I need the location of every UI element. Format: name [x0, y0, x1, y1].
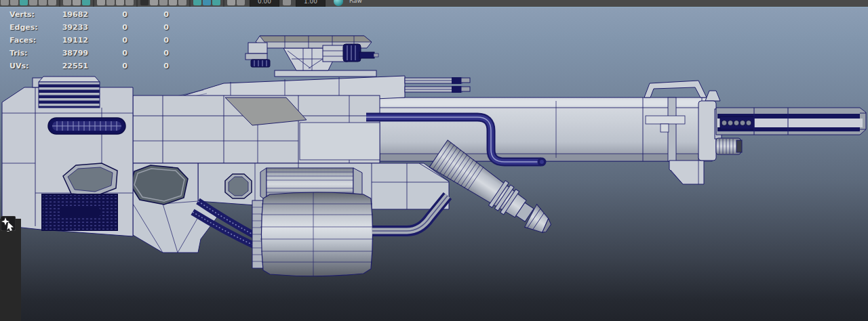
hud-label: Tris: [9, 49, 58, 58]
rifle-muzzle [716, 108, 866, 135]
stock-grille [48, 118, 125, 134]
capture-sidebar [0, 219, 21, 321]
toolbar-separator [136, 0, 138, 7]
hud-value: 0 [127, 23, 169, 32]
rifle-scope-mount [245, 36, 378, 77]
toolbar-icon[interactable] [140, 0, 149, 5]
toolbar-icon[interactable] [63, 0, 71, 5]
toolbar-icon[interactable] [48, 0, 56, 5]
hud-label: Faces: [9, 36, 58, 45]
hud-row: Verts: 19682 0 0 [0, 8, 169, 21]
hud-value: 0 [127, 62, 169, 70]
toolbar-icon[interactable] [10, 0, 18, 5]
hud-row: UVs: 22551 0 0 [0, 60, 169, 72]
hud-value: 22551 [58, 62, 88, 70]
camera-icon[interactable] [3, 235, 19, 249]
hud-row: Tris: 38799 0 0 [0, 47, 169, 60]
hud-value: 0 [127, 49, 169, 58]
hud-label: UVs: [9, 62, 58, 70]
stock-grid-pad [42, 194, 117, 230]
toolbar-icon[interactable] [116, 0, 124, 5]
launcher-drum [262, 192, 373, 276]
toolbar-icon[interactable] [150, 0, 158, 5]
toolbar-value-field-a[interactable]: 0.00 [250, 0, 279, 7]
hud-value: 0 [127, 10, 169, 19]
toolbar-icon[interactable] [29, 0, 37, 5]
hud-value: 0 [88, 10, 127, 19]
gear-icon[interactable] [3, 282, 19, 295]
raw-color-label: Raw [349, 0, 362, 4]
toolbar-icon[interactable] [97, 0, 105, 5]
toolbar-icon[interactable] [82, 0, 90, 5]
toolbar-separator [223, 0, 224, 7]
rifle-stock [2, 77, 133, 236]
toolbar-icon[interactable] [283, 0, 291, 5]
hud-value: 0 [88, 23, 127, 32]
toolbar-icon[interactable] [203, 0, 211, 5]
toolbar-icon[interactable] [106, 0, 115, 5]
carry-loop [644, 81, 707, 98]
hud-value: 0 [127, 36, 169, 45]
toolbar-icon[interactable] [178, 0, 186, 5]
images-icon[interactable] [3, 266, 19, 280]
toolbar-icon[interactable] [169, 0, 177, 5]
hud-row: Edges: 39233 0 0 [0, 21, 169, 34]
front-sight [705, 91, 720, 101]
toolbar-value-field-b[interactable]: 1.00 [296, 0, 326, 7]
toolbar-icon[interactable] [212, 0, 220, 5]
rail-rods [405, 77, 470, 93]
toolbar-icon[interactable] [227, 0, 235, 5]
hud-value: 39233 [58, 23, 88, 32]
toolbar-separator [93, 0, 94, 7]
viewport-canvas[interactable]: Verts: 19682 0 0 Edges: 39233 0 0 Faces:… [0, 7, 868, 321]
toolbar-icon[interactable] [125, 0, 134, 5]
hud-label: Verts: [9, 10, 58, 19]
hud-value: 38799 [58, 49, 88, 58]
toolbar-icon[interactable] [20, 0, 28, 5]
render-sphere-icon[interactable] [334, 0, 343, 6]
hud-value: 19682 [58, 10, 88, 19]
toolbar-icon[interactable] [1, 0, 9, 5]
toolbar-icon[interactable] [73, 0, 81, 5]
hud-value: 0 [88, 36, 127, 45]
toolbar-separator [59, 0, 60, 7]
hud-label: Edges: [9, 23, 58, 32]
toolbar-icon[interactable] [237, 0, 245, 5]
toolbar-icon[interactable] [193, 0, 201, 5]
toolbar-icons[interactable] [0, 0, 245, 7]
hud-row: Faces: 19112 0 0 [0, 34, 169, 47]
toolbar-separator [189, 0, 191, 7]
hud-value: 0 [88, 62, 127, 70]
status-line-toolbar: 0.00 1.00 Raw [0, 0, 868, 7]
toolbar-icon[interactable] [159, 0, 167, 5]
hud-value: 19112 [58, 36, 88, 45]
toolbar-icon[interactable] [39, 0, 47, 5]
stock-vents [39, 82, 100, 108]
trigger-guard-hole [130, 165, 188, 205]
poly-count-hud: Verts: 19682 0 0 Edges: 39233 0 0 Faces:… [0, 8, 169, 72]
barrel-knob [716, 138, 742, 154]
hud-value: 0 [88, 49, 127, 58]
video-camera-icon[interactable] [3, 251, 19, 264]
